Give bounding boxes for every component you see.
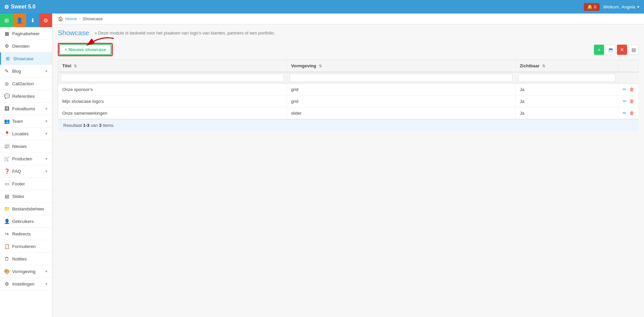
user-menu[interactable]: Welkom, Angela ▼	[603, 4, 640, 9]
sidebar-caret: ▼	[45, 69, 48, 73]
sidebar-item-showcase[interactable]: ⊞ Showcase	[0, 52, 52, 65]
sort-icon-zichtbaar: ⇅	[542, 64, 545, 68]
sidebar-item-footer[interactable]: ▭ Footer	[0, 178, 52, 190]
page-title: Showcase	[58, 29, 89, 37]
sidebar-item-locaties[interactable]: 📍 Locaties ▼	[0, 128, 52, 140]
breadcrumb: 🏠 Home › Showcase	[52, 14, 644, 24]
sidebar-item-diensten[interactable]: ⚙ Diensten	[0, 40, 52, 52]
sidebar-label: Referenties	[12, 94, 35, 99]
sidebar-label: Showcase	[13, 56, 34, 61]
user-name: Angela	[622, 4, 635, 9]
layout: ⊞ 👤 ⬇ ⚙ ▦ Paginabeheer ⚙ Diensten ⊞ Show…	[0, 14, 644, 317]
sidebar-item-fotoalbums[interactable]: 🖼 Fotoalbums ▼	[0, 103, 52, 115]
cell-actions: ✏ 🗑	[619, 95, 639, 107]
filter-input-zichtbaar[interactable]	[518, 74, 616, 82]
logo-icon: ⚙	[4, 4, 9, 10]
new-showcase-button[interactable]: + Nieuwe showcase	[59, 44, 111, 55]
breadcrumb-current: Showcase	[83, 16, 103, 21]
sidebar-item-faq[interactable]: ❓ FAQ ▼	[0, 165, 52, 178]
edit-button[interactable]: ✏	[623, 87, 627, 92]
sidebar-icon: 📁	[4, 206, 9, 211]
sidebar-icon: ▭	[4, 181, 9, 186]
sidebar-icon: 📋	[4, 244, 9, 249]
columns-button[interactable]: ▤	[628, 45, 639, 55]
sidebar-item-instellingen[interactable]: ⚙ Instellingen ▼	[0, 278, 52, 290]
page-title-area: Showcase » Deze module is bedoeld voor h…	[58, 29, 639, 37]
sidebar-caret: ▼	[45, 157, 48, 161]
delete-button[interactable]: 🗑	[629, 87, 634, 92]
sidebar-caret: ▼	[45, 132, 48, 136]
app-logo: ⚙ Sweet 5.0	[4, 4, 36, 10]
table-container: Titel ⇅ Vormgeving ⇅ Zichtbaar ⇅	[52, 60, 644, 131]
col-header-titel[interactable]: Titel ⇅	[58, 60, 287, 72]
sidebar-icon: ◎	[4, 81, 9, 86]
page-header: Showcase » Deze module is bedoeld voor h…	[52, 24, 644, 40]
sidebar-caret: ▼	[45, 270, 48, 273]
sidebar-item-producten[interactable]: 🛒 Producten ▼	[0, 153, 52, 165]
sidebar-icon: 📰	[4, 143, 9, 149]
sidebar-icon: ⚙	[4, 281, 9, 287]
toolbar-right: + ⬒ ✕ ▤	[594, 45, 639, 55]
delete-button[interactable]: 🗑	[629, 110, 634, 116]
cell-titel: Onze samenwerkingen	[58, 107, 287, 119]
export-button[interactable]: ⬒	[605, 45, 616, 55]
sidebar-item-gebruikers[interactable]: 👤 Gebruikers	[0, 215, 52, 228]
cell-zichtbaar: Ja	[515, 84, 619, 95]
cell-vormgeving: slider	[287, 107, 516, 119]
sidebar-icon: 🎨	[4, 269, 9, 274]
edit-button[interactable]: ✏	[623, 110, 627, 116]
sidebar-item-slides[interactable]: ▤ Slides	[0, 190, 52, 203]
sidebar-label: Footer	[12, 181, 25, 186]
main-content: 🏠 Home › Showcase Showcase » Deze module…	[52, 14, 644, 317]
sidebar-icon: 🛒	[4, 156, 9, 161]
table-filter-row	[58, 72, 639, 84]
quickbar-user-icon[interactable]: 👤	[13, 14, 26, 27]
topbar-left: ⚙ Sweet 5.0	[4, 4, 36, 10]
sidebar-icon: 📍	[4, 131, 9, 136]
col-header-vormgeving[interactable]: Vormgeving ⇅	[287, 60, 516, 72]
sidebar-item-redirects[interactable]: ↪ Redirects	[0, 228, 52, 240]
quickbar-grid-icon[interactable]: ⊞	[0, 14, 13, 27]
filter-cell-vormgeving	[287, 72, 516, 84]
edit-button[interactable]: ✏	[623, 98, 627, 104]
sidebar-item-paginabeheer[interactable]: ▦ Paginabeheer	[0, 27, 52, 40]
showcase-table: Titel ⇅ Vormgeving ⇅ Zichtbaar ⇅	[58, 60, 639, 119]
sidebar-label: Formulieren	[12, 244, 36, 249]
sidebar-label: Producten	[12, 156, 32, 161]
home-icon: 🏠	[58, 16, 63, 21]
action-bar: + Nieuwe showcase + ⬒ ✕ ▤	[52, 40, 644, 60]
result-text: Resultaat 1-3 van 3 items.	[63, 123, 114, 128]
cell-titel: Onze sponsor's	[58, 84, 287, 95]
col-header-actions	[619, 60, 639, 72]
filter-cell-titel	[58, 72, 287, 84]
new-showcase-wrapper: + Nieuwe showcase	[58, 43, 113, 56]
sidebar-item-notities[interactable]: 🗒 Notities	[0, 253, 52, 265]
sidebar-label: Instellingen	[12, 281, 35, 287]
cell-vormgeving: grid	[287, 95, 516, 107]
sidebar-item-team[interactable]: 👥 Team ▼	[0, 115, 52, 128]
sidebar-item-bestandsbeheer[interactable]: 📁 Bestandsbeheer	[0, 203, 52, 215]
quickbar-settings-icon[interactable]: ⚙	[39, 14, 52, 27]
add-button[interactable]: +	[594, 45, 604, 55]
sidebar-item-nieuws[interactable]: 📰 Nieuws	[0, 140, 52, 153]
sidebar-caret: ▼	[45, 107, 48, 111]
filter-input-titel[interactable]	[61, 74, 284, 82]
sidebar-item-call2action[interactable]: ◎ Call2action	[0, 77, 52, 90]
sidebar-item-blog[interactable]: ✎ Blog ▼	[0, 65, 52, 77]
col-header-zichtbaar[interactable]: Zichtbaar ⇅	[515, 60, 619, 72]
delete-all-button[interactable]: ✕	[617, 45, 627, 55]
sidebar-item-vormgeving[interactable]: 🎨 Vormgeving ▼	[0, 265, 52, 278]
sidebar-item-formulieren[interactable]: 📋 Formulieren	[0, 240, 52, 253]
cell-actions: ✏ 🗑	[619, 84, 639, 95]
sidebar-item-referenties[interactable]: 💬 Referenties	[0, 90, 52, 103]
notifications-bell[interactable]: 🔔 0	[584, 3, 600, 11]
delete-button[interactable]: 🗑	[629, 98, 634, 104]
table-row: Onze sponsor's grid Ja ✏ 🗑	[58, 84, 639, 95]
page-subtitle: » Deze module is bedoeld voor het plaats…	[94, 30, 275, 36]
sidebar-caret: ▼	[45, 169, 48, 173]
breadcrumb-home[interactable]: Home	[65, 16, 77, 21]
app-title: Sweet 5.0	[11, 4, 36, 10]
sidebar-label: Slides	[12, 194, 24, 199]
filter-input-vormgeving[interactable]	[290, 74, 513, 82]
quickbar-download-icon[interactable]: ⬇	[26, 14, 39, 27]
